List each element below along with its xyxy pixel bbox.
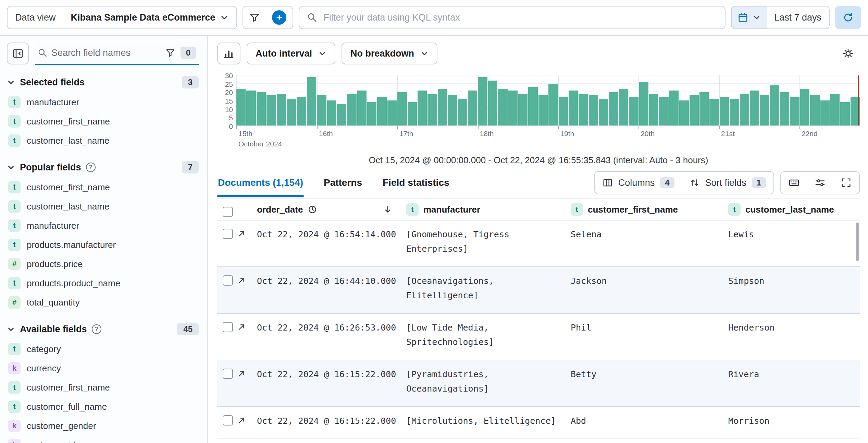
field-item-manufacturer[interactable]: tmanufacturer (7, 216, 199, 235)
cell-order-date[interactable]: Oct 22, 2024 @ 16:26:53.000 (249, 314, 398, 360)
histogram-bar[interactable] (387, 100, 397, 125)
histogram-bar[interactable] (559, 97, 568, 125)
field-item-customer-last-name[interactable]: tcustomer_last_name (7, 197, 199, 216)
histogram-bar[interactable] (599, 99, 608, 125)
expand-row-button[interactable] (237, 369, 246, 378)
histogram-bar[interactable] (408, 102, 417, 125)
field-item-customer-first-name[interactable]: tcustomer_first_name (7, 178, 199, 197)
field-item-products-manufacturer[interactable]: tproducts.manufacturer (7, 235, 199, 254)
histogram-bar[interactable] (669, 91, 679, 125)
tab-patterns[interactable]: Patterns (323, 173, 363, 192)
field-item-customer-first-name[interactable]: tcustomer_first_name (7, 112, 199, 131)
histogram-bar[interactable] (548, 84, 558, 125)
histogram-bar[interactable] (770, 85, 779, 125)
histogram-bar[interactable] (377, 97, 386, 125)
histogram-bar[interactable] (498, 89, 507, 125)
field-item-currency[interactable]: kcurrency (7, 359, 199, 378)
histogram-bar[interactable] (458, 99, 467, 125)
help-icon[interactable]: ? (92, 324, 101, 334)
histogram-bar[interactable] (730, 99, 739, 125)
cell-customer-first-name[interactable]: Phil (562, 314, 720, 360)
column-header-customer-last-name[interactable]: t customer_last_name (720, 199, 860, 220)
tab-field-statistics[interactable]: Field statistics (382, 173, 450, 192)
kql-query-input[interactable] (323, 12, 717, 23)
histogram-bar[interactable] (357, 91, 367, 125)
row-checkbox[interactable] (223, 229, 233, 239)
cell-manufacturer[interactable]: [Microlutions, Elitelligence] (398, 407, 562, 439)
histogram-bar[interactable] (830, 94, 840, 125)
histogram-bar[interactable] (709, 99, 719, 125)
edit-visualization-button[interactable] (217, 43, 240, 64)
histogram-bar[interactable] (508, 91, 518, 125)
help-icon[interactable]: ? (86, 163, 96, 172)
date-picker-button[interactable] (732, 7, 767, 28)
cell-customer-last-name[interactable]: Henderson (720, 314, 860, 360)
field-item-customer-last-name[interactable]: tcustomer_last_name (7, 131, 199, 150)
time-range-button[interactable]: Last 7 days (767, 7, 829, 28)
histogram-bar[interactable] (649, 94, 658, 125)
histogram-bar[interactable] (478, 77, 487, 125)
histogram-bar[interactable] (589, 95, 598, 125)
cell-order-date[interactable]: Oct 22, 2024 @ 16:15:22.000 (249, 407, 398, 439)
field-item-customer-first-name[interactable]: tcustomer_first_name (7, 378, 199, 397)
histogram-bar[interactable] (538, 95, 548, 125)
histogram-bar[interactable] (277, 94, 286, 125)
histogram-bar[interactable] (569, 91, 578, 125)
histogram-bar[interactable] (659, 97, 668, 125)
histogram-bar[interactable] (720, 97, 729, 125)
histogram-bar[interactable] (629, 97, 638, 125)
histogram-bar[interactable] (609, 92, 618, 125)
sort-descending-icon[interactable] (383, 205, 393, 214)
field-item-customer-id[interactable]: kcustomer_id (7, 435, 199, 443)
collapse-sidebar-button[interactable] (7, 43, 29, 64)
section-header[interactable]: Popular fields?7 (7, 161, 199, 173)
histogram-bar[interactable] (438, 89, 447, 125)
row-checkbox[interactable] (223, 369, 233, 379)
fullscreen-button[interactable] (833, 172, 859, 194)
cell-customer-first-name[interactable]: Selena (562, 220, 720, 266)
columns-button[interactable]: Columns 4 (595, 172, 682, 194)
field-item-products-price[interactable]: #products.price (7, 254, 199, 274)
histogram-bar[interactable] (468, 91, 477, 125)
field-item-customer-full-name[interactable]: tcustomer_full_name (7, 397, 199, 416)
chart-plot-area[interactable] (236, 75, 860, 126)
add-filter-button[interactable]: + (266, 7, 293, 28)
row-checkbox[interactable] (223, 275, 233, 286)
histogram-bar[interactable] (639, 82, 648, 125)
cell-manufacturer[interactable]: [Pyramidustries, Oceanavigations] (398, 360, 562, 406)
histogram-bar[interactable] (236, 89, 246, 125)
section-header[interactable]: Selected fields3 (7, 76, 199, 88)
histogram-bar[interactable] (619, 89, 628, 125)
interval-dropdown[interactable]: Auto interval (247, 43, 335, 64)
histogram-bar[interactable] (750, 91, 759, 125)
field-item-products-product-name[interactable]: tproducts.product_name (7, 274, 199, 293)
histogram-bar[interactable] (579, 94, 588, 125)
histogram-bar[interactable] (790, 97, 799, 125)
section-header[interactable]: Available fields?45 (7, 323, 199, 335)
column-header-manufacturer[interactable]: t manufacturer (398, 199, 562, 220)
select-all-checkbox[interactable] (223, 207, 233, 217)
histogram-bar[interactable] (297, 97, 306, 125)
histogram-bar[interactable] (287, 99, 296, 125)
refresh-button[interactable] (835, 6, 861, 29)
field-item-category[interactable]: tcategory (7, 339, 199, 359)
cell-order-date[interactable]: Oct 22, 2024 @ 16:54:14.000 (249, 220, 398, 266)
sort-fields-button[interactable]: Sort fields 1 (682, 172, 773, 194)
histogram-bar[interactable] (327, 100, 336, 125)
expand-row-button[interactable] (237, 323, 246, 332)
histogram-bar[interactable] (427, 94, 437, 125)
cell-customer-first-name[interactable]: Betty (562, 360, 720, 406)
filter-icon-button[interactable] (243, 7, 266, 28)
field-filter-button[interactable] (164, 48, 176, 58)
histogram-bar[interactable] (840, 102, 850, 125)
breakdown-dropdown[interactable]: No breakdown (342, 43, 437, 64)
row-checkbox[interactable] (223, 415, 233, 426)
field-item-customer-gender[interactable]: kcustomer_gender (7, 416, 199, 435)
cell-manufacturer[interactable]: [Oceanavigations, Elitelligence] (398, 267, 562, 313)
row-checkbox[interactable] (223, 322, 233, 332)
cell-customer-last-name[interactable]: Simpson (720, 267, 860, 313)
histogram-bar[interactable] (347, 94, 356, 125)
histogram-bar[interactable] (488, 81, 497, 125)
histogram-bar[interactable] (448, 95, 457, 125)
histogram-bar[interactable] (518, 94, 528, 125)
